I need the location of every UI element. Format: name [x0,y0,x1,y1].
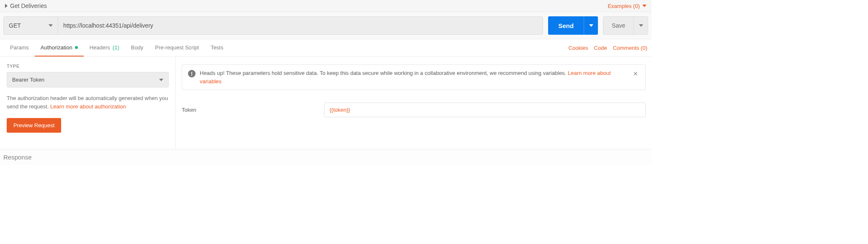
response-label: Response [3,154,32,161]
tab-headers-count: (1) [113,44,119,51]
auth-type-value: Bearer Token [12,77,44,83]
request-right-links: Cookies Code Comments (0) [569,45,647,51]
link-comments[interactable]: Comments (0) [613,45,647,51]
sensitive-data-alert: ! Heads up! These parameters hold sensit… [182,64,646,90]
auth-right-panel: ! Heads up! These parameters hold sensit… [176,57,652,149]
alert-text: Heads up! These parameters hold sensitiv… [200,69,627,85]
tab-body[interactable]: Body [125,39,149,57]
send-dropdown-button[interactable] [584,16,598,35]
tab-authorization-label: Authorization [41,44,72,51]
url-bar: GET Send Save [0,12,652,39]
caret-right-icon[interactable] [5,4,8,8]
response-section-header: Response [0,149,652,165]
save-button-group: Save [603,16,648,35]
examples-dropdown[interactable]: Examples (0) [608,3,646,9]
method-url-group: GET [3,16,543,35]
request-tabs-row: Params Authorization Headers (1) Body Pr… [0,39,652,57]
tab-tests[interactable]: Tests [205,39,229,57]
save-button[interactable]: Save [603,16,634,35]
request-name: Get Deliveries [10,3,47,9]
request-title-bar: Get Deliveries Examples (0) [0,0,652,12]
status-dot-icon [75,46,78,49]
info-icon: ! [188,70,196,77]
tab-prerequest-script[interactable]: Pre-request Script [149,39,205,57]
tab-authorization[interactable]: Authorization [35,39,84,57]
auth-type-select[interactable]: Bearer Token [7,72,169,87]
chevron-down-icon [642,5,646,7]
link-cookies[interactable]: Cookies [569,45,588,51]
http-method-value: GET [9,22,21,29]
link-code[interactable]: Code [594,45,607,51]
auth-description: The authorization header will be automat… [7,94,169,110]
tab-params[interactable]: Params [4,39,35,57]
auth-body: TYPE Bearer Token The authorization head… [0,57,652,149]
examples-label: Examples (0) [608,3,640,9]
send-button-group: Send [548,16,598,35]
tab-headers-label: Headers [90,44,110,51]
chevron-down-icon [589,24,593,27]
auth-type-label: TYPE [7,64,169,69]
token-row: Token [182,103,646,117]
http-method-select[interactable]: GET [4,17,58,34]
request-url-input[interactable] [58,17,543,34]
send-button[interactable]: Send [548,16,584,35]
alert-message: Heads up! These parameters hold sensitiv… [200,70,568,76]
close-icon[interactable]: × [631,69,639,78]
request-title-left: Get Deliveries [5,3,47,9]
save-dropdown-button[interactable] [634,16,648,35]
chevron-down-icon [49,24,53,27]
token-label: Token [182,107,324,113]
preview-request-button[interactable]: Preview Request [7,118,61,133]
token-input[interactable] [324,103,646,117]
link-learn-authorization[interactable]: Learn more about authorization [50,103,126,110]
auth-left-panel: TYPE Bearer Token The authorization head… [0,57,176,149]
chevron-down-icon [639,24,643,27]
chevron-down-icon [159,79,163,81]
tab-headers[interactable]: Headers (1) [84,39,125,57]
request-tabs: Params Authorization Headers (1) Body Pr… [4,39,229,57]
